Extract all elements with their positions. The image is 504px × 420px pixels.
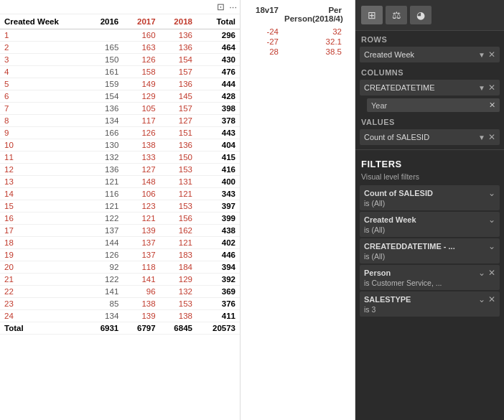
- cell-2018: 131: [160, 176, 197, 188]
- cell-2016: 161: [86, 66, 123, 78]
- cell-2017: 123: [123, 200, 159, 213]
- columns-field-close[interactable]: ✕: [488, 83, 495, 93]
- filter-remove-icon[interactable]: ✕: [488, 294, 495, 304]
- cell-total: 392: [197, 274, 240, 286]
- filter-name: Person: [364, 269, 391, 277]
- cell-2016: 85: [86, 298, 123, 310]
- middle-data-row: 2838.5: [246, 47, 349, 56]
- cell-2017: 106: [123, 188, 159, 200]
- filter-chevron-icon[interactable]: ⌄: [488, 215, 495, 225]
- cell-2017: 137: [123, 237, 159, 249]
- values-field-close[interactable]: ✕: [488, 132, 495, 142]
- cell-week: 1: [0, 29, 86, 42]
- cell-2016: 137: [86, 225, 123, 237]
- cell-week: 4: [0, 66, 86, 78]
- grid-icon-btn[interactable]: ⊞: [361, 6, 383, 24]
- cell-total: 394: [197, 261, 240, 274]
- cell-2018: 121: [160, 188, 197, 200]
- filter-icon-btn[interactable]: ⚖: [386, 6, 407, 24]
- right-panel: ⊞ ⚖ ◕ Rows Created Week ▼ ✕ Columns CREA…: [355, 0, 504, 420]
- cell-2018: 136: [160, 139, 197, 151]
- filter-chevron-icon[interactable]: ⌄: [488, 241, 495, 251]
- table-row: 5159149136444: [0, 78, 240, 90]
- mid-col1-value: -27: [246, 37, 279, 46]
- cell-total: 443: [197, 127, 240, 139]
- columns-field-dropdown[interactable]: ▼: [478, 84, 485, 92]
- cell-2017: 126: [123, 127, 159, 139]
- cell-total: 430: [197, 54, 240, 66]
- cell-2016: 141: [86, 286, 123, 298]
- cell-2018: 145: [160, 90, 197, 103]
- filter-item[interactable]: CREATEDDATETIME - ...⌄is (All): [360, 238, 500, 263]
- values-field-dropdown[interactable]: ▼: [478, 134, 485, 141]
- cell-week: 18: [0, 237, 86, 249]
- cell-week: 7: [0, 103, 86, 115]
- filter-value: is Customer Service, ...: [364, 279, 495, 287]
- cell-2016: 121: [86, 200, 123, 213]
- table-row: 3150126154430: [0, 54, 240, 66]
- cell-week: 15: [0, 200, 86, 213]
- rows-field-dropdown[interactable]: ▼: [478, 51, 485, 59]
- cell-week: 24: [0, 310, 86, 322]
- columns-field-pill[interactable]: CREATEDATETIME ▼ ✕: [360, 80, 500, 95]
- cell-2017: 148: [123, 176, 159, 188]
- rows-field-close[interactable]: ✕: [488, 50, 495, 60]
- analytics-icon-btn[interactable]: ◕: [410, 6, 431, 24]
- table-panel: ⊡ ··· Created Week 2016 2017 2018 Total …: [0, 0, 241, 420]
- cell-total: 369: [197, 286, 240, 298]
- cell-2016: 150: [86, 54, 123, 66]
- cell-2018: 132: [160, 286, 197, 298]
- columns-subfield-close[interactable]: ✕: [489, 101, 495, 110]
- rows-field-label: Created Week: [364, 50, 414, 59]
- mid-col1-value: -24: [246, 27, 279, 36]
- cell-2018: 127: [160, 115, 197, 127]
- table-row: 14116106121343: [0, 188, 240, 200]
- filter-chevron-icon[interactable]: ⌄: [488, 188, 495, 198]
- more-options-icon[interactable]: ···: [229, 1, 237, 12]
- cell-2017: 126: [123, 54, 159, 66]
- middle-panel: 18v17 Per Person(2018/4) -2432-2732.1283…: [241, 0, 355, 420]
- middle-header: 18v17 Per Person(2018/4): [246, 6, 349, 23]
- table-row: 2165163136464: [0, 42, 240, 54]
- filter-item[interactable]: Person⌄✕is Customer Service, ...: [360, 265, 500, 290]
- visual-level-filters-label: Visual level filters: [355, 172, 504, 184]
- columns-subfield-pill[interactable]: Year ✕: [367, 98, 500, 112]
- filter-item[interactable]: Count of SALESID⌄is (All): [360, 185, 500, 210]
- cell-2017: 138: [123, 298, 159, 310]
- table-row: 24134139138411: [0, 310, 240, 322]
- cell-total: 428: [197, 90, 240, 103]
- cell-2016: 92: [86, 261, 123, 274]
- table-row: 21122141129392: [0, 274, 240, 286]
- cell-week: 16: [0, 213, 86, 225]
- cell-2018: 157: [160, 66, 197, 78]
- rows-section-label: Rows: [355, 31, 504, 45]
- expand-icon[interactable]: ⊡: [217, 1, 225, 12]
- cell-2016: 144: [86, 237, 123, 249]
- table-row: 2385138153376: [0, 298, 240, 310]
- cell-2018: 121: [160, 237, 197, 249]
- data-table: Created Week 2016 2017 2018 Total 116013…: [0, 14, 240, 335]
- filter-chevron-icon[interactable]: ⌄: [478, 268, 485, 278]
- filters-list: Count of SALESID⌄is (All)Created Week⌄is…: [355, 184, 504, 318]
- table-row: 12136127153416: [0, 164, 240, 176]
- cell-2017: 163: [123, 42, 159, 54]
- cell-total: 398: [197, 103, 240, 115]
- filter-remove-icon[interactable]: ✕: [488, 268, 495, 278]
- cell-2017: 133: [123, 151, 159, 164]
- cell-2016: 126: [86, 249, 123, 261]
- cell-2018: 138: [160, 310, 197, 322]
- cell-2016: 122: [86, 213, 123, 225]
- filter-item[interactable]: SALESTYPE⌄✕is 3: [360, 291, 500, 317]
- table-row: 7136105157398: [0, 103, 240, 115]
- cell-2017: 139: [123, 310, 159, 322]
- filter-item[interactable]: Created Week⌄is (All): [360, 212, 500, 237]
- values-field-pill[interactable]: Count of SALESID ▼ ✕: [360, 129, 500, 145]
- rows-field-pill[interactable]: Created Week ▼ ✕: [360, 47, 500, 62]
- cell-total: 464: [197, 42, 240, 54]
- cell-week: 20: [0, 261, 86, 274]
- filter-chevron-icon[interactable]: ⌄: [478, 294, 485, 304]
- col-header-2017: 2017: [123, 14, 159, 29]
- cell-2016: 136: [86, 164, 123, 176]
- table-row: 2214196132369: [0, 286, 240, 298]
- cell-total: 446: [197, 249, 240, 261]
